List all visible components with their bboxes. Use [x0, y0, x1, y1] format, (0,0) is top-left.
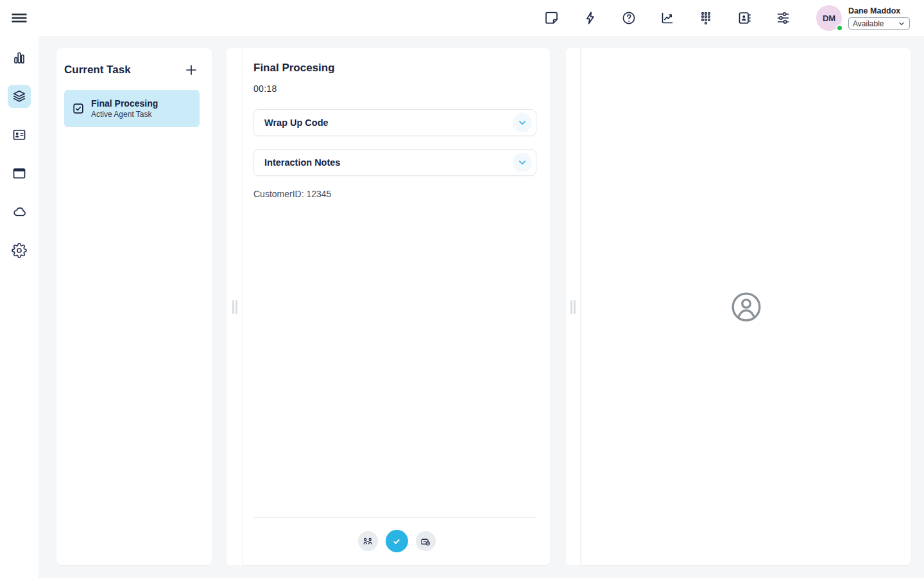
- performance-chart-icon[interactable]: [660, 10, 675, 26]
- resize-handle-icon[interactable]: [570, 300, 576, 314]
- content-area: Current Task Final Procesing Active Agen…: [38, 36, 924, 578]
- rail-item-contacts[interactable]: [8, 123, 31, 146]
- cloud-icon: [12, 204, 27, 220]
- panel-divider-left: [227, 48, 243, 565]
- panel-divider-right: [566, 48, 581, 565]
- agent-directory-icon[interactable]: [737, 10, 752, 26]
- check-icon: [391, 536, 402, 547]
- dialpad-icon[interactable]: [698, 10, 714, 26]
- settings-gear-icon: [12, 243, 27, 258]
- accordion-interaction-notes[interactable]: Interaction Notes: [253, 149, 536, 176]
- rail-item-settings[interactable]: [8, 239, 31, 262]
- rail-item-tasks[interactable]: [8, 85, 31, 108]
- park-interaction-icon[interactable]: [416, 531, 436, 551]
- user-chunk: DM Dane Maddox Available: [816, 5, 910, 31]
- status-green-dot: [836, 24, 843, 31]
- activity-bars-icon: [12, 50, 27, 66]
- current-task-title: Current Task: [64, 64, 131, 76]
- task-action-bar: [243, 530, 550, 552]
- checkbox-check-icon: [72, 102, 85, 115]
- customer-id-text: CustomerID: 12345: [253, 189, 536, 200]
- topbar-actions: DM Dane Maddox Available: [544, 0, 910, 36]
- chevron-down-icon[interactable]: [513, 153, 532, 172]
- rail-item-cloud[interactable]: [8, 200, 31, 223]
- accordion-label: Interaction Notes: [264, 157, 340, 168]
- resize-handle-icon[interactable]: [232, 300, 237, 314]
- browser-window-icon: [12, 166, 27, 181]
- top-bar: DM Dane Maddox Available: [0, 0, 924, 36]
- chevron-down-icon: [898, 20, 905, 28]
- hamburger-menu-icon[interactable]: [10, 9, 28, 27]
- contact-card-icon: [12, 127, 27, 143]
- sticky-note-icon[interactable]: [544, 10, 560, 26]
- work-panel-title: Final Procesing: [253, 62, 536, 74]
- preferences-sliders-icon[interactable]: [775, 10, 791, 26]
- task-card-title: Final Procesing: [91, 98, 158, 109]
- task-timer: 00:18: [253, 83, 536, 94]
- customer-panel: [581, 48, 911, 565]
- accordion-label: Wrap Up Code: [264, 118, 329, 128]
- help-icon[interactable]: [621, 10, 637, 26]
- rail-item-apps[interactable]: [8, 162, 31, 185]
- chevron-down-icon[interactable]: [513, 113, 532, 132]
- status-select-value: Available: [853, 19, 884, 28]
- task-card[interactable]: Final Procesing Active Agent Task: [64, 90, 200, 127]
- actions-divider: [253, 517, 536, 518]
- complete-task-button[interactable]: [386, 530, 408, 552]
- work-panel: Final Procesing 00:18 Wrap Up Code Inter…: [243, 48, 550, 565]
- layers-icon: [12, 89, 27, 104]
- accordion-wrap-up-code[interactable]: Wrap Up Code: [253, 109, 536, 136]
- current-task-panel: Current Task Final Procesing Active Agen…: [56, 48, 212, 565]
- avatar-initials: DM: [823, 13, 835, 23]
- left-rail: [0, 36, 38, 578]
- task-card-subtitle: Active Agent Task: [91, 110, 158, 119]
- lightning-icon[interactable]: [583, 10, 598, 26]
- rail-item-activity[interactable]: [8, 46, 31, 69]
- status-select[interactable]: Available: [848, 17, 910, 30]
- plus-icon[interactable]: [184, 62, 199, 78]
- agent-desktop-app: DM Dane Maddox Available: [0, 0, 924, 578]
- user-name: Dane Maddox: [848, 6, 910, 15]
- person-circle-icon: [730, 291, 762, 323]
- avatar[interactable]: DM: [816, 5, 842, 31]
- transfer-people-icon[interactable]: [358, 531, 378, 551]
